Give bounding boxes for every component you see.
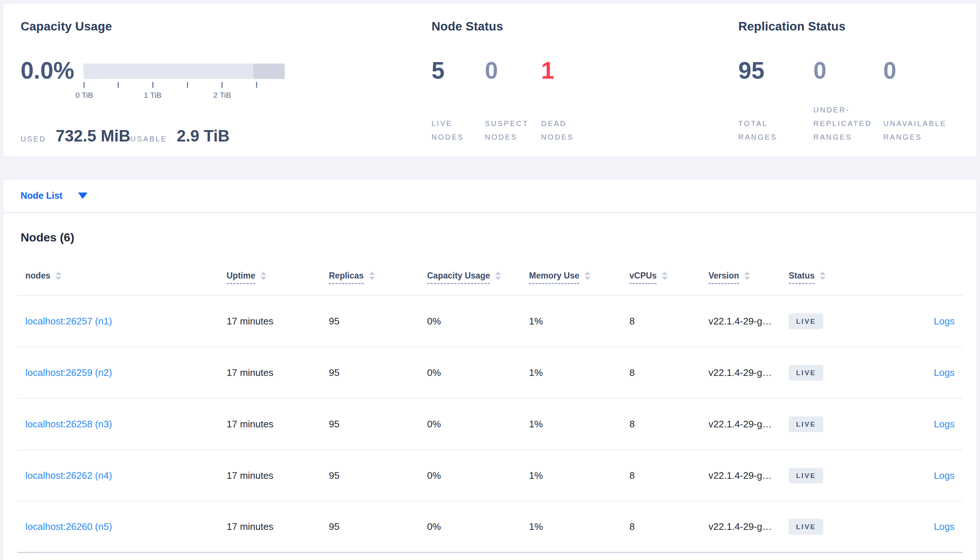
capacity-usage-title: Capacity Usage	[21, 20, 112, 33]
node-link[interactable]: localhost:26259 (n2)	[25, 367, 112, 378]
version-cell: v22.1.4-29-g…	[709, 418, 789, 430]
dead-nodes-label: DEAD NODES	[541, 117, 574, 144]
capacity-bar-used-segment	[253, 63, 285, 79]
usable-label: USABLE	[130, 135, 167, 143]
live-nodes-label: LIVE NODES	[431, 117, 464, 144]
memory-use-cell: 1%	[529, 367, 629, 378]
vcpus-cell: 8	[629, 418, 709, 430]
under-replicated-ranges-label: UNDER- REPLICATED RANGES	[813, 103, 872, 144]
replicas-cell: 95	[329, 418, 427, 430]
uptime-cell: 17 minutes	[227, 521, 329, 532]
column-header-memory[interactable]: Memory Use	[529, 271, 629, 284]
node-table-row: localhost:26257 (n1)17 minutes950%1%8v22…	[17, 296, 963, 347]
logs-link[interactable]: Logs	[934, 316, 955, 327]
node-table-row: localhost:26260 (n5)17 minutes950%1%8v22…	[17, 502, 963, 553]
capacity-bar-free-segment	[84, 63, 253, 79]
uptime-cell: 17 minutes	[227, 316, 329, 327]
cluster-overview-page: Capacity Usage 0.0% 0 TiB 1 TiB 2 TiB US…	[0, 0, 980, 560]
node-link[interactable]: localhost:26260 (n5)	[25, 521, 112, 532]
unavailable-ranges-label: UNAVAILABLE RANGES	[883, 117, 947, 144]
replicas-cell: 95	[329, 367, 427, 378]
used-value: 732.5 MiB	[56, 127, 130, 145]
column-header-node[interactable]: nodes	[25, 271, 227, 280]
memory-use-cell: 1%	[529, 418, 629, 430]
uptime-cell: 17 minutes	[227, 470, 329, 482]
tick-label-0tib: 0 TiB	[75, 91, 93, 100]
column-header-capacity[interactable]: Capacity Usage	[427, 271, 529, 284]
node-list-dropdown[interactable]: Node List	[3, 179, 977, 212]
node-link[interactable]: localhost:26262 (n4)	[25, 470, 112, 481]
version-cell: v22.1.4-29-g…	[709, 470, 789, 482]
logs-link[interactable]: Logs	[934, 418, 955, 430]
live-status-badge: LIVE	[789, 468, 823, 483]
column-label: vCPUs	[629, 271, 657, 284]
column-label: Replicas	[329, 271, 364, 284]
replicas-cell: 95	[329, 470, 427, 482]
unavailable-ranges-count: 0	[883, 58, 896, 83]
sort-arrows-icon	[369, 272, 375, 280]
logs-link[interactable]: Logs	[934, 367, 955, 378]
capacity-percent-value: 0.0%	[21, 58, 74, 83]
capacity-usage-cell: 0%	[427, 470, 529, 482]
table-body: localhost:26257 (n1)17 minutes950%1%8v22…	[17, 296, 963, 553]
column-header-uptime[interactable]: Uptime	[227, 271, 329, 284]
node-link[interactable]: localhost:26257 (n1)	[25, 316, 112, 327]
live-status-badge: LIVE	[789, 416, 823, 432]
column-header-vcpus[interactable]: vCPUs	[629, 271, 709, 284]
capacity-axis-ticks	[84, 82, 285, 88]
usable-value: 2.9 TiB	[177, 127, 229, 145]
logs-cell: Logs	[883, 316, 955, 327]
sort-arrows-icon	[662, 272, 668, 280]
sort-arrows-icon	[55, 272, 62, 280]
node-address-cell: localhost:26257 (n1)	[25, 316, 227, 327]
live-nodes-count: 5	[431, 58, 445, 83]
status-cell: LIVE	[789, 313, 883, 329]
used-label: USED	[21, 135, 46, 143]
status-cell: LIVE	[789, 519, 883, 535]
nodes-table-panel: Nodes (6) nodesUptimeReplicasCapacity Us…	[3, 213, 977, 560]
live-status-badge: LIVE	[789, 313, 823, 329]
vcpus-cell: 8	[629, 470, 709, 482]
live-status-badge: LIVE	[789, 365, 823, 381]
memory-use-cell: 1%	[529, 521, 629, 532]
cluster-summary-card: Capacity Usage 0.0% 0 TiB 1 TiB 2 TiB US…	[3, 3, 977, 157]
vcpus-cell: 8	[629, 316, 709, 327]
uptime-cell: 17 minutes	[227, 418, 329, 430]
memory-use-cell: 1%	[529, 316, 629, 327]
logs-cell: Logs	[883, 367, 955, 378]
column-label: Memory Use	[529, 271, 579, 284]
logs-link[interactable]: Logs	[934, 521, 955, 532]
node-address-cell: localhost:26258 (n3)	[25, 418, 227, 430]
column-header-version[interactable]: Version	[709, 271, 789, 284]
version-cell: v22.1.4-29-g…	[709, 521, 789, 532]
suspect-nodes-label: SUSPECT NODES	[485, 117, 528, 144]
replication-status-title: Replication Status	[738, 20, 845, 33]
node-link[interactable]: localhost:26258 (n3)	[25, 418, 112, 430]
total-ranges-label: TOTAL RANGES	[738, 117, 777, 144]
replicas-cell: 95	[329, 316, 427, 327]
chevron-down-icon	[78, 193, 87, 199]
column-label: Status	[789, 271, 814, 284]
under-replicated-ranges-count: 0	[813, 58, 826, 83]
column-label: Uptime	[227, 271, 255, 284]
live-status-badge: LIVE	[789, 519, 823, 535]
replicas-cell: 95	[329, 521, 427, 532]
table-header-row: nodesUptimeReplicasCapacity UsageMemory …	[17, 271, 963, 296]
column-header-status[interactable]: Status	[789, 271, 883, 284]
suspect-nodes-count: 0	[485, 58, 498, 83]
status-cell: LIVE	[789, 468, 883, 483]
vcpus-cell: 8	[629, 521, 709, 532]
logs-cell: Logs	[883, 470, 955, 482]
node-list-label: Node List	[21, 190, 62, 201]
capacity-axis-labels: 0 TiB 1 TiB 2 TiB	[84, 91, 285, 102]
node-table-row: localhost:26259 (n2)17 minutes950%1%8v22…	[17, 347, 963, 399]
uptime-cell: 17 minutes	[227, 367, 329, 378]
column-header-replicas[interactable]: Replicas	[329, 271, 427, 284]
capacity-usage-gauge: 0 TiB 1 TiB 2 TiB	[84, 63, 285, 108]
logs-link[interactable]: Logs	[934, 470, 955, 481]
node-address-cell: localhost:26259 (n2)	[25, 367, 227, 378]
status-cell: LIVE	[789, 365, 883, 381]
node-address-cell: localhost:26260 (n5)	[25, 521, 227, 532]
sort-arrows-icon	[261, 272, 266, 280]
node-table-row: localhost:26258 (n3)17 minutes950%1%8v22…	[17, 399, 963, 450]
